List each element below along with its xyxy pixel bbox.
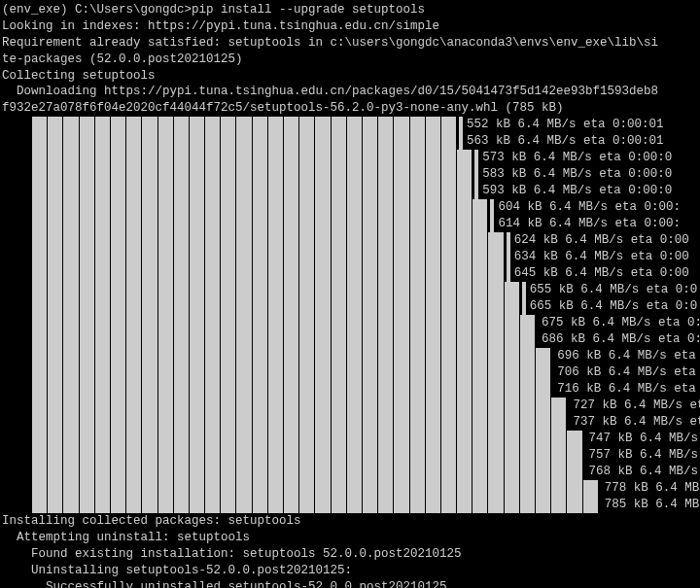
progress-row: 716 kB 6.4 MB/s eta 0 [2, 381, 698, 398]
progress-row: 686 kB 6.4 MB/s eta 0: [2, 331, 698, 348]
progress-row: 634 kB 6.4 MB/s eta 0:00 [2, 249, 698, 265]
progress-bars [32, 381, 551, 398]
progress-row: 655 kB 6.4 MB/s eta 0:0 [2, 282, 698, 298]
collecting-line: Collecting setuptools [2, 68, 698, 85]
progress-status: 614 kB 6.4 MB/s eta 0:00: [498, 216, 681, 232]
separator-icon [522, 298, 526, 315]
progress-status: 655 kB 6.4 MB/s eta 0:0 [530, 282, 698, 298]
separator-icon [507, 232, 510, 249]
progress-bars [32, 249, 505, 265]
progress-bars [32, 282, 520, 298]
progress-bars [32, 117, 457, 133]
progress-bars [32, 480, 599, 497]
progress-bars [32, 331, 536, 348]
separator-icon [474, 150, 478, 166]
progress-row: 604 kB 6.4 MB/s eta 0:00: [2, 199, 698, 216]
req-satisfied-line-1: Requirement already satisfied: setuptool… [2, 35, 698, 52]
progress-status: 757 kB 6.4 MB/s eta [589, 447, 700, 464]
installing-line: Installing collected packages: setuptool… [2, 513, 698, 530]
progress-status: 563 kB 6.4 MB/s eta 0:00:01 [467, 133, 664, 150]
separator-icon [474, 183, 478, 199]
progress-status: 583 kB 6.4 MB/s eta 0:00:0 [482, 166, 672, 183]
separator-icon [474, 166, 478, 183]
progress-status: 768 kB 6.4 MB/s eta [589, 464, 700, 480]
progress-row: 624 kB 6.4 MB/s eta 0:00 [2, 232, 698, 249]
downloading-line-2: f932e27a078f6f04e2020cf44044f72c5/setupt… [2, 100, 698, 117]
progress-bars [32, 232, 505, 249]
separator-icon [507, 249, 510, 265]
progress-row: 696 kB 6.4 MB/s eta 0 [2, 348, 698, 364]
progress-status: 573 kB 6.4 MB/s eta 0:00:0 [482, 150, 672, 166]
progress-row: 593 kB 6.4 MB/s eta 0:00:0 [2, 183, 698, 199]
progress-bars [32, 464, 583, 480]
progress-row: 757 kB 6.4 MB/s eta [2, 447, 698, 464]
progress-row: 747 kB 6.4 MB/s eta [2, 431, 698, 447]
uninstalling-line: Uninstalling setuptools-52.0.0.post20210… [2, 563, 698, 579]
progress-bars [32, 150, 472, 166]
progress-status: 737 kB 6.4 MB/s eta [573, 414, 700, 431]
separator-icon [459, 133, 463, 150]
progress-row: 583 kB 6.4 MB/s eta 0:00:0 [2, 166, 698, 183]
progress-row: 675 kB 6.4 MB/s eta 0: [2, 315, 698, 331]
progress-bars [32, 398, 567, 414]
progress-row: 768 kB 6.4 MB/s eta [2, 464, 698, 480]
progress-status: 552 kB 6.4 MB/s eta 0:00:01 [467, 117, 664, 133]
progress-bars [32, 364, 551, 381]
progress-status: 593 kB 6.4 MB/s eta 0:00:0 [482, 183, 672, 199]
progress-row: 645 kB 6.4 MB/s eta 0:00 [2, 265, 698, 282]
indexes-line: Looking in indexes: https://pypi.tuna.ts… [2, 18, 698, 35]
progress-row: 778 kB 6.4 MB/s et [2, 480, 698, 497]
progress-bars [32, 199, 488, 216]
progress-status: 716 kB 6.4 MB/s eta 0 [557, 381, 700, 398]
progress-bars [32, 348, 551, 364]
progress-row: 563 kB 6.4 MB/s eta 0:00:01 [2, 133, 698, 150]
attempting-line: Attempting uninstall: setuptools [2, 530, 698, 546]
progress-status: 634 kB 6.4 MB/s eta 0:00 [514, 249, 689, 265]
progress-bars [32, 133, 457, 150]
progress-row: 614 kB 6.4 MB/s eta 0:00: [2, 216, 698, 232]
separator-icon [507, 265, 510, 282]
separator-icon [522, 282, 526, 298]
progress-status: 747 kB 6.4 MB/s eta [589, 431, 700, 447]
progress-status: 696 kB 6.4 MB/s eta 0 [557, 348, 700, 364]
progress-bars [32, 166, 472, 183]
separator-icon [490, 199, 494, 216]
progress-row: 573 kB 6.4 MB/s eta 0:00:0 [2, 150, 698, 166]
downloading-line-1: Downloading https://pypi.tuna.tsinghua.e… [2, 84, 698, 100]
progress-status: 624 kB 6.4 MB/s eta 0:00 [514, 232, 689, 249]
progress-bars [32, 414, 567, 431]
progress-status: 604 kB 6.4 MB/s eta 0:00: [498, 199, 681, 216]
progress-row: 727 kB 6.4 MB/s eta [2, 398, 698, 414]
progress-row: 706 kB 6.4 MB/s eta 0 [2, 364, 698, 381]
separator-icon [459, 117, 463, 133]
progress-bars [32, 265, 505, 282]
progress-bars [32, 315, 536, 331]
progress-bars [32, 431, 583, 447]
progress-status: 675 kB 6.4 MB/s eta 0: [542, 315, 700, 331]
progress-bars [32, 298, 520, 315]
progress-status: 778 kB 6.4 MB/s et [605, 480, 700, 497]
separator-icon [490, 216, 494, 232]
progress-row: 737 kB 6.4 MB/s eta [2, 414, 698, 431]
progress-status: 686 kB 6.4 MB/s eta 0: [542, 331, 700, 348]
progress-status: 785 kB 6.4 MB/s [605, 497, 700, 513]
success-uninstall-line: Successfully uninstalled setuptools-52.0… [2, 579, 698, 588]
progress-bars [32, 183, 472, 199]
progress-status: 665 kB 6.4 MB/s eta 0:0 [530, 298, 698, 315]
progress-bars [32, 216, 488, 232]
progress-status: 727 kB 6.4 MB/s eta [573, 398, 700, 414]
progress-status: 706 kB 6.4 MB/s eta 0 [557, 364, 700, 381]
progress-status: 645 kB 6.4 MB/s eta 0:00 [514, 265, 689, 282]
prompt-line: (env_exe) C:\Users\gongdc>pip install --… [2, 2, 698, 18]
progress-row: 552 kB 6.4 MB/s eta 0:00:01 [2, 117, 698, 133]
progress-bars [32, 497, 599, 513]
progress-bars [32, 447, 583, 464]
progress-row: 785 kB 6.4 MB/s [2, 497, 698, 513]
found-line: Found existing installation: setuptools … [2, 546, 698, 563]
progress-row: 665 kB 6.4 MB/s eta 0:0 [2, 298, 698, 315]
progress-container: 552 kB 6.4 MB/s eta 0:00:01563 kB 6.4 MB… [2, 117, 698, 513]
req-satisfied-line-2: te-packages (52.0.0.post20210125) [2, 52, 698, 68]
